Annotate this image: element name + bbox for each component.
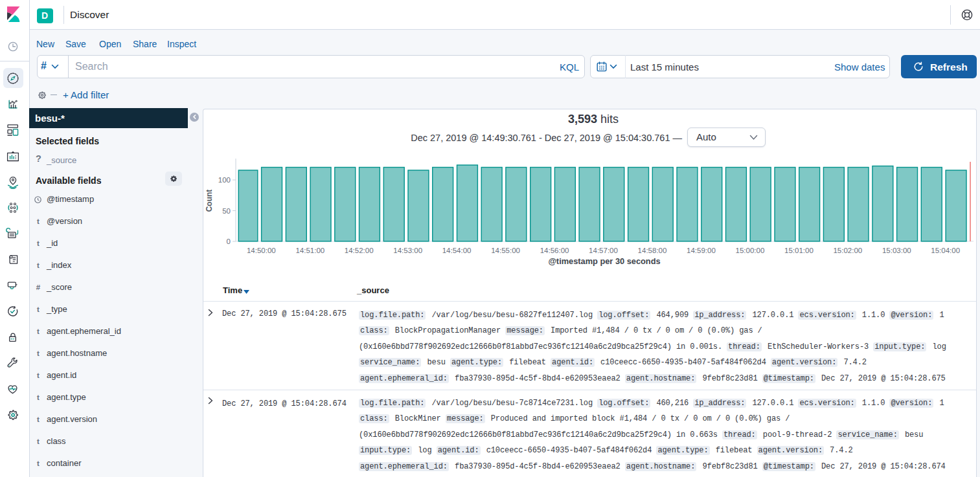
svg-text:0: 0 bbox=[227, 238, 231, 245]
svg-text:50: 50 bbox=[222, 207, 231, 215]
svg-text:15:04:00: 15:04:00 bbox=[931, 247, 960, 254]
svg-text:100: 100 bbox=[218, 176, 231, 184]
svg-text:15:03:00: 15:03:00 bbox=[882, 247, 911, 254]
svg-text:14:50:00: 14:50:00 bbox=[247, 247, 276, 254]
svg-text:14:55:00: 14:55:00 bbox=[491, 247, 520, 254]
svg-text:15:01:00: 15:01:00 bbox=[784, 247, 814, 254]
svg-text:Count: Count bbox=[205, 190, 214, 212]
svg-text:14:54:00: 14:54:00 bbox=[442, 247, 472, 254]
svg-text:14:58:00: 14:58:00 bbox=[638, 247, 667, 254]
svg-text:14:52:00: 14:52:00 bbox=[345, 247, 374, 254]
svg-text:14:56:00: 14:56:00 bbox=[540, 247, 569, 254]
svg-text:15:02:00: 15:02:00 bbox=[833, 247, 862, 254]
svg-text:15:00:00: 15:00:00 bbox=[736, 247, 765, 254]
svg-text:14:51:00: 14:51:00 bbox=[295, 247, 325, 254]
svg-text:14:59:00: 14:59:00 bbox=[687, 247, 716, 254]
svg-text:14:53:00: 14:53:00 bbox=[393, 247, 422, 254]
svg-text:@timestamp per 30 seconds: @timestamp per 30 seconds bbox=[548, 256, 660, 266]
svg-text:14:57:00: 14:57:00 bbox=[589, 247, 618, 254]
